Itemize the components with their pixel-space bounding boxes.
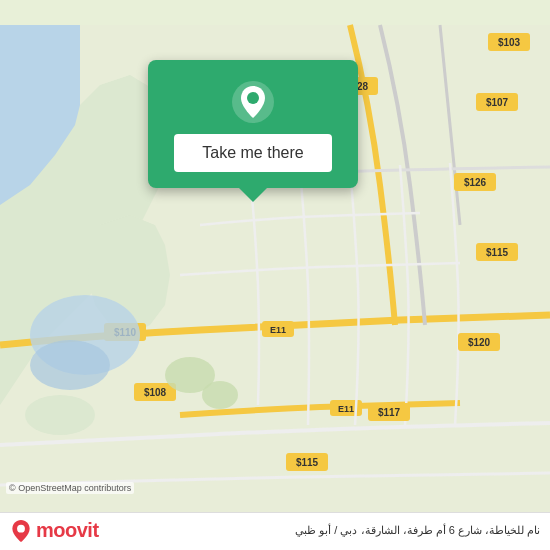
- location-pin-icon: [231, 80, 275, 124]
- svg-text:$115: $115: [486, 247, 509, 258]
- svg-text:$103: $103: [498, 37, 521, 48]
- location-popup: Take me there: [148, 60, 358, 188]
- svg-point-35: [17, 524, 25, 532]
- svg-point-30: [30, 340, 110, 390]
- svg-point-34: [247, 92, 259, 104]
- svg-text:$107: $107: [486, 97, 509, 108]
- svg-text:E11: E11: [270, 325, 286, 335]
- osm-credit: © OpenStreetMap contributors: [6, 482, 134, 494]
- svg-point-32: [202, 381, 238, 409]
- svg-point-4: [25, 395, 95, 435]
- svg-text:$115: $115: [296, 457, 319, 468]
- svg-text:$117: $117: [378, 407, 401, 418]
- svg-text:$108: $108: [144, 387, 167, 398]
- take-me-there-button[interactable]: Take me there: [174, 134, 331, 172]
- map-container: E11 E11 $103 $128 $107: [0, 0, 550, 550]
- moovit-pin-icon: [10, 520, 32, 542]
- moovit-brand-text: moovit: [36, 519, 99, 542]
- bottom-bar: moovit نام للخياطة، شارع 6 أم طرفة، الشا…: [0, 512, 550, 550]
- svg-text:$126: $126: [464, 177, 487, 188]
- moovit-logo: moovit: [10, 519, 99, 542]
- svg-text:$120: $120: [468, 337, 491, 348]
- svg-text:E11: E11: [338, 404, 354, 414]
- address-text: نام للخياطة، شارع 6 أم طرفة، الشارقة، دب…: [107, 524, 540, 537]
